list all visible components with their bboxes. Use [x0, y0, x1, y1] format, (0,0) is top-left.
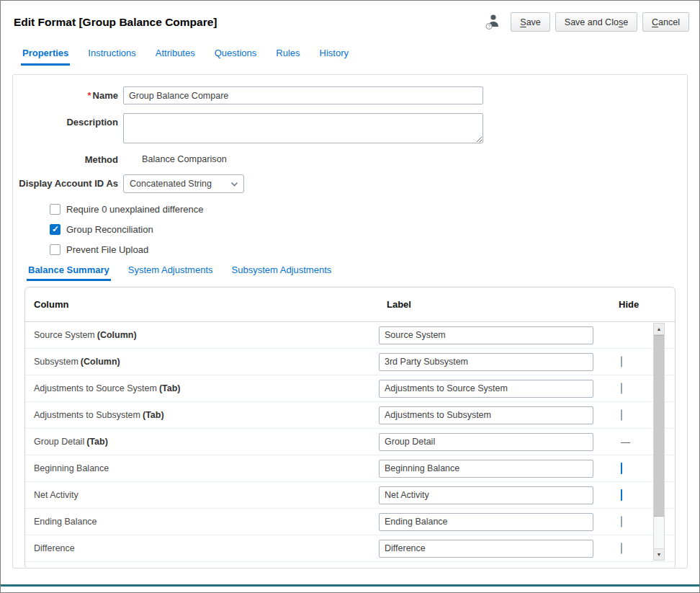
- row-column-name: Net Activity: [34, 490, 78, 500]
- scrollbar-thumb[interactable]: [654, 335, 664, 517]
- display-account-id-select[interactable]: Concatenated String: [123, 174, 244, 193]
- table-row: Net Activity: [25, 482, 675, 509]
- table-body: Source System(Column) Subsystem(Column) …: [25, 322, 675, 562]
- row-column-type: (Tab): [143, 410, 164, 420]
- row-column-name: Group Detail: [34, 437, 84, 447]
- hide-checkbox[interactable]: [621, 383, 622, 394]
- label-header: Label: [379, 299, 611, 310]
- row-column-name: Adjustments to Source System: [34, 383, 157, 393]
- description-input[interactable]: [123, 113, 483, 143]
- hide-checkbox[interactable]: [621, 489, 622, 501]
- table-row: Source System(Column): [25, 322, 675, 349]
- method-label: Method: [13, 151, 118, 165]
- label-input[interactable]: [379, 460, 593, 478]
- prevent-file-upload-label: Prevent File Upload: [66, 244, 148, 255]
- hide-not-applicable: —: [621, 437, 630, 447]
- row-column-type: (Column): [81, 357, 120, 367]
- label-input[interactable]: [379, 353, 593, 371]
- row-column-name: Beginning Balance: [34, 463, 109, 473]
- table-row: Ending Balance: [25, 509, 675, 535]
- row-column-name: Ending Balance: [34, 517, 97, 527]
- person-icon: ?: [485, 14, 501, 30]
- table-row: Group Detail(Tab) —: [25, 429, 675, 455]
- require-0-difference-checkbox[interactable]: [50, 204, 60, 215]
- column-header: Column: [34, 299, 379, 310]
- scroll-down-icon[interactable]: ▼: [654, 548, 664, 560]
- footer-accent-bar: [1, 584, 699, 587]
- table-row: Beginning Balance: [25, 455, 675, 482]
- hide-header: Hide: [611, 299, 675, 310]
- required-marker: *: [88, 90, 91, 101]
- chevron-down-icon: [225, 182, 243, 187]
- group-reconciliation-checkbox[interactable]: [50, 224, 60, 235]
- balance-subtabs: Balance Summary System Adjustments Subsy…: [28, 264, 687, 281]
- subtab-system-adjustments[interactable]: System Adjustments: [128, 264, 213, 281]
- subtab-balance-summary[interactable]: Balance Summary: [28, 264, 109, 281]
- row-column-name: Adjustments to Subsystem: [34, 410, 140, 420]
- table-header: Column Label Hide: [25, 287, 675, 322]
- format-form: *Name Description Method Balance Compari…: [13, 75, 687, 255]
- edit-format-window: Edit Format [Group Balance Compare] ? Sa…: [0, 0, 700, 593]
- action-buttons: Save Save and Close Cancel: [511, 12, 689, 32]
- tab-instructions[interactable]: Instructions: [88, 48, 135, 66]
- main-tabs: Properties Instructions Attributes Quest…: [1, 48, 699, 74]
- method-value: Balance Comparison: [123, 151, 227, 164]
- subtab-subsystem-adjustments[interactable]: Subsystem Adjustments: [232, 264, 332, 281]
- page-title: Edit Format [Group Balance Compare]: [14, 12, 217, 29]
- table-row: Adjustments to Subsystem(Tab): [25, 402, 675, 429]
- row-column-type: (Column): [97, 330, 137, 340]
- label-input[interactable]: [379, 540, 593, 558]
- tab-questions[interactable]: Questions: [215, 48, 257, 66]
- label-input[interactable]: [379, 380, 593, 398]
- name-label: *Name: [13, 86, 118, 101]
- svg-text:?: ?: [488, 24, 491, 29]
- save-button[interactable]: Save: [511, 12, 550, 32]
- save-and-close-button[interactable]: Save and Close: [555, 12, 637, 32]
- display-account-id-value: Concatenated String: [124, 179, 225, 189]
- table-row: Subsystem(Column): [25, 349, 675, 375]
- row-column-type: (Tab): [159, 383, 181, 393]
- tab-rules[interactable]: Rules: [276, 48, 300, 66]
- label-input[interactable]: [379, 513, 593, 531]
- tab-attributes[interactable]: Attributes: [156, 48, 195, 66]
- hide-checkbox[interactable]: [621, 543, 622, 554]
- tab-history[interactable]: History: [320, 48, 349, 66]
- tab-properties[interactable]: Properties: [22, 48, 68, 66]
- user-status-icon[interactable]: ?: [485, 14, 501, 30]
- scroll-up-icon[interactable]: ▲: [654, 324, 664, 335]
- hide-checkbox[interactable]: [621, 463, 622, 474]
- table-row: Adjustments to Source System(Tab): [25, 375, 675, 402]
- row-column-name: Source System: [34, 330, 95, 340]
- name-input[interactable]: [123, 86, 483, 104]
- checkbox-row: Prevent File Upload: [50, 244, 687, 255]
- row-column-type: (Tab): [86, 437, 108, 447]
- checkbox-row: Require 0 unexplained difference: [50, 204, 687, 215]
- table-scrollbar[interactable]: ▲ ▼: [653, 323, 665, 561]
- require-0-difference-label: Require 0 unexplained difference: [66, 204, 204, 215]
- label-input[interactable]: [379, 406, 593, 424]
- table-row: Difference: [25, 535, 675, 562]
- checkbox-row: Group Reconciliation: [50, 224, 687, 235]
- option-checkboxes: Require 0 unexplained difference Group R…: [13, 204, 687, 255]
- group-reconciliation-label: Group Reconciliation: [66, 224, 153, 235]
- properties-panel: *Name Description Method Balance Compari…: [12, 74, 688, 569]
- cancel-button[interactable]: Cancel: [642, 12, 689, 32]
- display-account-id-label: Display Account ID As: [13, 174, 118, 189]
- hide-checkbox[interactable]: [621, 516, 622, 527]
- label-input[interactable]: [379, 433, 593, 451]
- hide-checkbox[interactable]: [621, 409, 622, 421]
- balance-summary-table: Column Label Hide Source System(Column) …: [24, 287, 676, 569]
- label-input[interactable]: [379, 486, 593, 504]
- row-column-name: Difference: [34, 543, 75, 553]
- header: Edit Format [Group Balance Compare] ? Sa…: [1, 1, 699, 32]
- row-column-name: Subsystem: [34, 357, 78, 367]
- prevent-file-upload-checkbox[interactable]: [50, 244, 60, 255]
- label-input[interactable]: [379, 326, 593, 344]
- description-label: Description: [13, 113, 118, 128]
- hide-checkbox[interactable]: [621, 356, 622, 367]
